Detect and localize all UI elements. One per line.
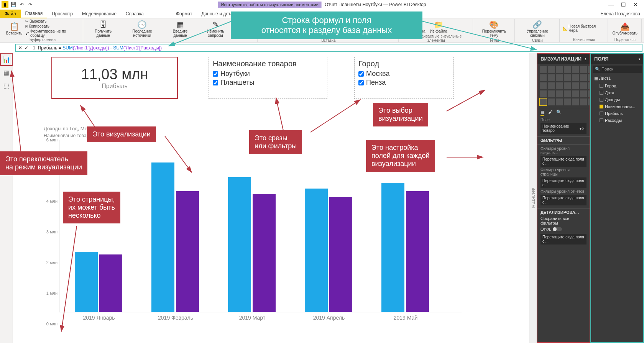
fields-search-input[interactable]: 🔍 Поиск: [593, 66, 642, 73]
enter-data-button[interactable]: ▦Введите данные: [164, 19, 196, 38]
analytics-tab-icon[interactable]: 🔍: [556, 110, 562, 116]
report-view-button[interactable]: 📊: [0, 53, 13, 66]
redo-icon[interactable]: ↷: [27, 1, 34, 8]
get-data-button[interactable]: 🗄Получить данные: [86, 19, 120, 38]
field-item[interactable]: Расходы: [591, 117, 643, 124]
viz-type-icon[interactable]: [580, 82, 587, 89]
drillthrough-drop-zone[interactable]: Перетащите сюда поля с ...: [540, 234, 586, 245]
viz-type-icon[interactable]: [548, 74, 555, 81]
bar[interactable]: [99, 254, 122, 312]
format-tab-icon[interactable]: 🖌: [548, 110, 552, 116]
bar[interactable]: [176, 191, 199, 312]
filters-pane-collapsed[interactable]: ФИЛЬТРЫ: [529, 53, 537, 343]
card-visual[interactable]: 11,03 млн Прибыль: [51, 57, 178, 99]
model-view-button[interactable]: ⬚: [0, 79, 13, 92]
viz-type-icon[interactable]: [572, 74, 579, 81]
viz-type-icon[interactable]: [572, 98, 579, 105]
switch-theme-button[interactable]: 🎨Переключить тему: [476, 19, 512, 38]
field-item[interactable]: Прибыль: [591, 110, 643, 117]
data-view-button[interactable]: ▦: [0, 66, 13, 79]
cut-button[interactable]: ✂Вырезать: [25, 19, 80, 23]
slicer-product[interactable]: Наименование товаров Ноутбуки Планшеты: [209, 57, 327, 99]
tab-view[interactable]: Просмотр: [47, 10, 77, 18]
bar[interactable]: [253, 194, 276, 312]
field-item[interactable]: Доходы: [591, 96, 643, 103]
undo-icon[interactable]: ↶: [18, 1, 25, 8]
viz-type-icon[interactable]: [556, 90, 563, 97]
publish-button[interactable]: 📤Опубликовать: [611, 21, 639, 36]
tab-home[interactable]: Главная: [21, 9, 48, 18]
minimize-icon[interactable]: ―: [607, 2, 615, 8]
maximize-icon[interactable]: ☐: [619, 2, 627, 8]
viz-type-icon[interactable]: [548, 82, 555, 89]
bar[interactable]: [75, 252, 98, 312]
field-well-item[interactable]: Наименование товаро▾✕: [540, 123, 586, 134]
viz-type-icon[interactable]: [540, 74, 547, 81]
slicer-item[interactable]: Планшеты: [213, 79, 323, 87]
viz-type-icon[interactable]: [556, 66, 563, 73]
slicer-item[interactable]: Пенза: [358, 79, 450, 87]
viz-type-icon[interactable]: [564, 90, 571, 97]
slicer-item[interactable]: Москва: [358, 70, 450, 78]
bar[interactable]: [406, 191, 429, 312]
viz-type-icon[interactable]: [580, 90, 587, 97]
formula-input[interactable]: 1Прибыль = SUM('Лист1'[Доходы]) - SUM('Л…: [31, 44, 642, 51]
field-item[interactable]: Наименовани...: [591, 103, 643, 110]
viz-type-icon[interactable]: [580, 66, 587, 73]
keep-filters-toggle[interactable]: [553, 227, 562, 231]
viz-type-icon[interactable]: [572, 66, 579, 73]
viz-type-icon[interactable]: [540, 90, 547, 97]
filter-drop-zone[interactable]: Перетащите сюда поля с ...: [540, 177, 586, 188]
format-painter-button[interactable]: 🖌Форматирование по образцу: [25, 29, 80, 38]
edit-queries-button[interactable]: ✎Изменить запросы: [198, 19, 233, 38]
filter-drop-zone[interactable]: Перетащите сюда поля с ...: [540, 195, 586, 205]
bar[interactable]: [228, 177, 251, 312]
viz-type-icon[interactable]: [564, 98, 571, 105]
manage-links-button[interactable]: 🔗Управление связями: [518, 19, 557, 38]
bar[interactable]: [381, 183, 404, 312]
formula-bar[interactable]: ✕ ✓ 1Прибыль = SUM('Лист1'[Доходы]) - SU…: [15, 44, 642, 52]
viz-type-icon[interactable]: [548, 66, 555, 73]
viz-type-icon[interactable]: [556, 74, 563, 81]
filter-drop-zone[interactable]: Перетащите сюда поля с ...: [540, 156, 586, 167]
chevron-right-icon[interactable]: ›: [585, 56, 586, 62]
remove-field-icon[interactable]: ✕: [582, 126, 585, 131]
close-icon[interactable]: ✕: [632, 2, 639, 8]
viz-type-icon[interactable]: [540, 66, 547, 73]
viz-type-icon[interactable]: [556, 98, 563, 105]
table-item[interactable]: ▦ Лист1: [591, 74, 643, 82]
paste-button[interactable]: 📋 Вставить: [5, 21, 24, 36]
save-icon[interactable]: 💾: [10, 1, 17, 8]
user-name[interactable]: Елена Позднякова: [600, 11, 644, 16]
viz-type-icon[interactable]: [580, 98, 587, 105]
new-measure-button[interactable]: 📐Новая быстрая мера: [563, 24, 605, 33]
chevron-right-icon[interactable]: ›: [639, 56, 640, 62]
viz-type-icon[interactable]: [540, 82, 547, 89]
cancel-formula-icon[interactable]: ✕: [18, 45, 22, 51]
viz-type-icon[interactable]: [572, 82, 579, 89]
bar[interactable]: [329, 197, 352, 312]
recent-sources-button[interactable]: 🕓Последние источники: [122, 19, 163, 38]
viz-type-icon[interactable]: [564, 74, 571, 81]
from-file-button[interactable]: 📁Из файла: [429, 19, 449, 34]
tab-modeling[interactable]: Моделирование: [77, 10, 121, 18]
viz-type-slicer-icon[interactable]: [540, 98, 547, 105]
viz-type-icon[interactable]: [564, 82, 571, 89]
viz-type-icon[interactable]: [564, 66, 571, 73]
bar[interactable]: [151, 162, 174, 312]
field-item[interactable]: Город: [591, 82, 643, 89]
tab-format[interactable]: Формат: [171, 10, 197, 18]
viz-type-icon[interactable]: [572, 90, 579, 97]
viz-type-icon[interactable]: [580, 74, 587, 81]
fields-tab-icon[interactable]: ▦: [540, 110, 544, 116]
accept-formula-icon[interactable]: ✓: [25, 45, 28, 51]
tab-help[interactable]: Справка: [121, 10, 148, 18]
slicer-item[interactable]: Ноутбуки: [213, 70, 323, 78]
viz-type-icon[interactable]: [548, 90, 555, 97]
copy-button[interactable]: ⎘Копировать: [25, 24, 80, 28]
tab-file[interactable]: Файл: [0, 10, 21, 18]
viz-type-icon[interactable]: [548, 98, 555, 105]
viz-type-icon[interactable]: [556, 82, 563, 89]
bar[interactable]: [305, 189, 328, 312]
slicer-city[interactable]: Город Москва Пенза: [354, 57, 454, 99]
